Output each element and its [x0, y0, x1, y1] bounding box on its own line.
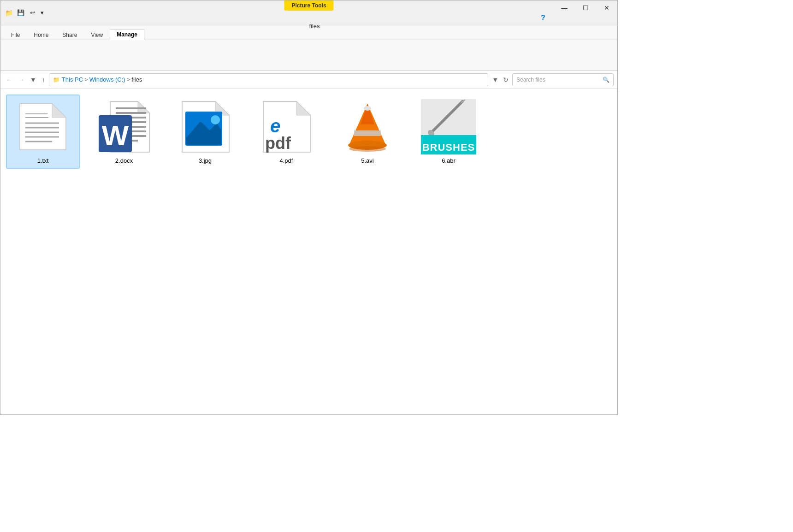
search-icon: 🔍	[603, 77, 610, 83]
file-item-avi[interactable]: 5.avi	[331, 95, 404, 169]
file-item-docx[interactable]: W 2.docx	[87, 95, 161, 169]
pdf-icon: e pdf	[259, 99, 314, 154]
qat-dropdown[interactable]: ▾	[39, 8, 46, 17]
tab-share[interactable]: Share	[55, 30, 84, 40]
maximize-button[interactable]: ☐	[575, 0, 596, 15]
address-path[interactable]: 📁 This PC > Windows (C:) > files	[49, 73, 488, 86]
svg-text:BRUSHES: BRUSHES	[422, 142, 475, 153]
window-title: files	[309, 23, 320, 30]
minimize-button[interactable]: —	[554, 0, 575, 15]
file-label-jpg: 3.jpg	[199, 157, 212, 164]
svg-text:W: W	[102, 119, 129, 151]
svg-point-35	[364, 106, 371, 111]
svg-point-25	[211, 115, 220, 124]
file-label-avi: 5.avi	[361, 157, 373, 164]
qat-undo[interactable]: ↩	[28, 8, 37, 17]
path-windows-c[interactable]: Windows (C:)	[89, 76, 125, 83]
svg-marker-28	[296, 101, 310, 115]
file-grid: 1.txt	[0, 89, 617, 415]
txt-icon	[15, 99, 71, 154]
file-item-jpg[interactable]: 3.jpg	[168, 95, 242, 169]
close-button[interactable]: ✕	[596, 0, 617, 15]
recent-locations-button[interactable]: ▼	[28, 74, 38, 85]
path-files: files	[131, 76, 142, 83]
svg-text:pdf: pdf	[265, 134, 291, 153]
forward-button[interactable]: →	[16, 74, 26, 85]
tab-file[interactable]: File	[4, 30, 27, 40]
context-label-area: Picture Tools	[284, 0, 333, 11]
svg-marker-1	[52, 104, 66, 118]
refresh-button[interactable]: ↻	[501, 74, 510, 85]
tab-view[interactable]: View	[84, 30, 110, 40]
address-dropdown-button[interactable]: ▼	[490, 74, 500, 85]
tab-manage[interactable]: Manage	[110, 29, 144, 40]
picture-tools-label: Picture Tools	[284, 0, 333, 11]
svg-point-36	[349, 146, 386, 152]
search-placeholder: Search files	[516, 77, 545, 83]
jpg-icon	[178, 99, 233, 154]
file-item-abr[interactable]: BRUSHES 6.abr	[412, 95, 485, 169]
file-label-docx: 2.docx	[115, 157, 133, 164]
window-controls: ? — ☐ ✕	[533, 0, 617, 25]
svg-rect-32	[354, 130, 381, 136]
search-box[interactable]: Search files 🔍	[512, 73, 614, 86]
tab-home[interactable]: Home	[27, 30, 55, 40]
ribbon: File Home Share View Manage	[0, 25, 617, 71]
app-icon: 📁	[4, 8, 13, 18]
file-item-pdf[interactable]: e pdf 4.pdf	[249, 95, 323, 169]
avi-icon	[340, 99, 395, 154]
path-this-pc[interactable]: This PC	[62, 76, 83, 83]
address-bar: ← → ▼ ↑ 📁 This PC > Windows (C:) > files…	[0, 71, 617, 89]
file-label-txt: 1.txt	[37, 157, 49, 164]
address-end-buttons: ▼ ↻	[490, 74, 510, 85]
back-button[interactable]: ←	[4, 74, 14, 85]
qat-save[interactable]: 💾	[15, 8, 26, 17]
ribbon-content	[0, 40, 617, 70]
svg-marker-10	[138, 101, 149, 113]
abr-icon: BRUSHES	[421, 99, 476, 154]
file-item-txt[interactable]: 1.txt	[6, 95, 80, 169]
main-content: 1.txt	[0, 89, 617, 415]
svg-text:e: e	[270, 116, 280, 136]
up-button[interactable]: ↑	[40, 74, 47, 85]
file-label-abr: 6.abr	[442, 157, 456, 164]
title-bar: 📁 💾 ↩ ▾ Picture Tools files ? — ☐ ✕	[0, 0, 617, 25]
help-button[interactable]: ?	[533, 11, 554, 25]
quick-access-toolbar: 📁 💾 ↩ ▾	[4, 8, 46, 18]
file-label-pdf: 4.pdf	[280, 157, 293, 164]
docx-icon: W	[96, 99, 152, 154]
